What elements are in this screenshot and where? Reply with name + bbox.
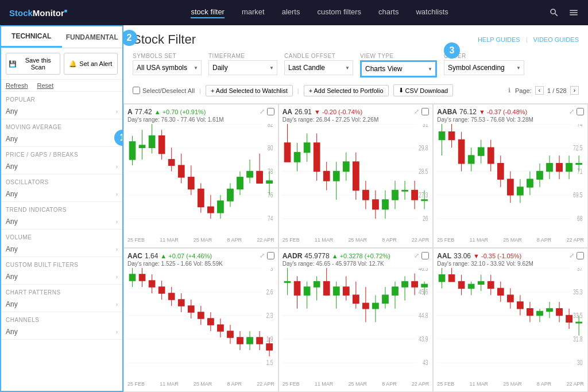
stock-checkbox[interactable] [267,252,274,259]
nav-custom-filters[interactable]: custom filters [317,7,361,18]
svg-rect-141 [178,300,184,306]
stock-checkbox[interactable] [421,108,429,115]
channels-select[interactable]: Any › [1,324,122,339]
tab-technical[interactable]: TECHNICAL [1,26,62,48]
chart-card-header: AABA 76.12 ▼ -0.37 (-0.48%) Day's range:… [437,108,584,123]
stock-checkbox[interactable] [267,108,274,115]
view-type-select[interactable]: Charts View [361,61,436,76]
stock-price: 76.12 [459,108,477,116]
nav-charts[interactable]: charts [378,7,399,18]
trend-select[interactable]: Any › [1,214,122,229]
csv-download-button[interactable]: ⬇ CSV Download [393,84,454,96]
svg-rect-153 [237,337,243,344]
expand-icon[interactable]: ⤢ [414,252,419,259]
svg-rect-107 [517,187,524,195]
stock-checkbox[interactable] [577,108,584,115]
svg-text:1.9: 1.9 [266,336,273,343]
nav-market[interactable]: market [242,7,265,18]
svg-rect-35 [247,172,253,177]
svg-rect-53 [294,153,300,162]
save-scan-button[interactable]: 💾 Save this Scan [6,53,60,75]
svg-rect-27 [208,207,214,212]
video-guides-link[interactable]: VIDEO GUIDES [533,36,579,43]
svg-rect-225 [508,295,514,302]
prev-page-button[interactable]: ‹ [535,86,544,95]
candle-offset-group: CANDLE OFFSET Last Candle [284,53,353,77]
menu-icon[interactable] [568,7,579,18]
nav-stock-filter[interactable]: stock filter [191,7,225,18]
search-icon[interactable] [549,7,559,18]
timeframe-select[interactable]: Daily [208,60,277,75]
svg-rect-151 [227,331,234,337]
chevron-icon: › [116,301,118,308]
svg-rect-59 [323,172,330,181]
svg-text:27.3: 27.3 [419,192,428,199]
expand-icon[interactable]: ⤢ [414,108,419,115]
expand-icon[interactable]: ⤢ [569,108,574,115]
nav-watchlists[interactable]: watchlists [416,7,448,18]
chart-card-header: AAL 33.06 ▼ -0.35 (-1.05%) Day's range: … [437,252,584,267]
volume-select[interactable]: Any › [1,242,122,257]
candlestick-chart: 1.51.92.32.63 [127,268,274,380]
moving-average-select[interactable]: Any › [1,131,122,146]
symbols-set-select[interactable]: All USA symbols [133,60,202,75]
chart-axis: 25 FEB11 MAR25 MAR8 APR22 APR [127,236,274,244]
chart-axis: 25 FEB11 MAR25 MAR8 APR22 APR [437,236,584,244]
candle-offset-select[interactable]: Last Candle [284,60,353,75]
svg-rect-99 [478,148,485,156]
info-icon[interactable]: ℹ [508,87,510,94]
nav-alerts[interactable]: alerts [282,7,300,18]
expand-icon[interactable]: ⤢ [260,108,265,115]
expand-icon[interactable]: ⤢ [569,252,574,259]
order-select[interactable]: Symbol Ascending [444,60,524,75]
chart-icons: ⤢ [260,108,274,115]
price-gaps-select[interactable]: Any › [1,159,122,174]
header-top: Stock Filter HELP GUIDES | VIDEO GUIDES [133,32,579,47]
oscillators-select[interactable]: Any › [1,187,122,201]
svg-rect-11 [129,142,136,160]
svg-rect-93 [449,132,455,140]
svg-rect-179 [323,282,330,296]
expand-icon[interactable]: ⤢ [260,252,265,259]
svg-rect-137 [158,287,165,293]
svg-rect-213 [449,275,455,282]
stock-change: ▼ -0.37 (-0.48%) [479,108,527,115]
set-alert-button[interactable]: 🔔 Set an Alert [64,53,118,75]
svg-rect-171 [284,282,291,283]
refresh-link[interactable]: Refresh [6,82,28,89]
svg-rect-37 [257,172,263,184]
stock-price: 1.64 [145,252,158,260]
floppy-icon: 💾 [9,60,17,68]
stock-symbol: AAL [437,252,451,260]
chart-card: AA 26.91 ▼ -0.20 (-0.74%) Day's range: 2… [278,104,434,248]
tab-fundamental[interactable]: FUNDAMENTAL [62,26,123,48]
select-all-label[interactable]: Select/Deselect All [133,87,195,94]
chart-patterns-select[interactable]: Any › [1,297,122,312]
filter-oscillators: OSCILLATORS Any › [1,174,122,202]
stock-checkbox[interactable] [421,252,429,259]
chart-card: AAC 1.64 ▲ +0.07 (+4.46%) Day's range: 1… [123,248,278,392]
svg-text:2.3: 2.3 [266,312,273,320]
svg-text:46.5: 46.5 [419,268,428,272]
svg-rect-145 [198,312,204,319]
add-watchlist-button[interactable]: + Add Selected to Watchlist [206,85,293,96]
chart-card-header: AA 26.91 ▼ -0.20 (-0.74%) Day's range: 2… [283,108,430,123]
order-wrapper: Symbol Ascending [444,60,524,75]
select-all-checkbox[interactable] [133,87,140,94]
popular-select[interactable]: Any › [1,104,122,119]
candlestick-chart: 6869.57172.574 [437,124,584,236]
next-page-button[interactable]: › [570,86,579,95]
candlestick-chart: 7476788082 [127,124,274,236]
svg-text:31.8: 31.8 [573,336,583,343]
reset-link[interactable]: Reset [37,82,54,89]
sidebar: 1 TECHNICAL FUNDAMENTAL 💾 Save this Scan… [0,25,123,392]
chevron-icon: › [116,219,118,225]
chart-area: 4343.944.845.646.5 [283,268,430,380]
stock-checkbox[interactable] [577,252,584,259]
custom-select[interactable]: Any › [1,269,122,284]
chart-area: 1.51.92.32.63 [127,268,274,380]
help-guides-link[interactable]: HELP GUIDES [478,36,520,43]
candlestick-chart: 2627.328.529.831 [283,124,430,236]
add-portfolio-button[interactable]: + Add Selected to Portfolio [304,85,389,96]
chart-title: AABA 76.12 ▼ -0.37 (-0.48%) [437,108,533,116]
